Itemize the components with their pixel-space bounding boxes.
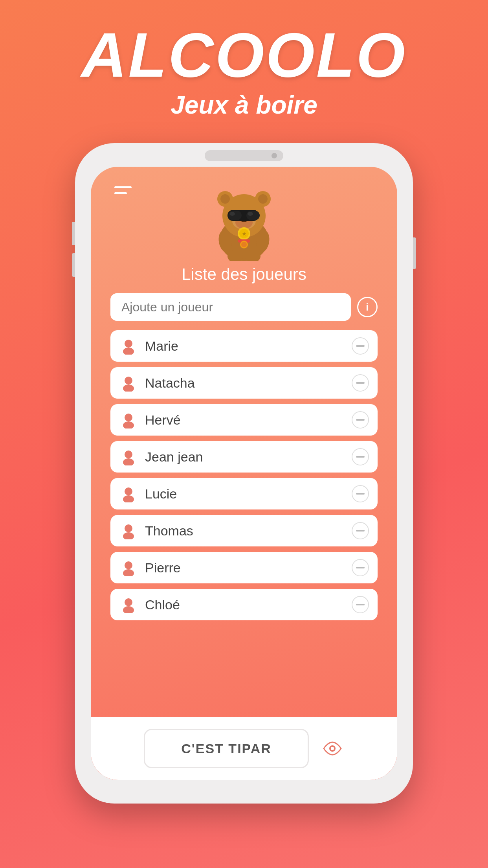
start-button[interactable]: C'EST TIPAR — [144, 729, 309, 768]
svg-point-14 — [248, 212, 253, 216]
player-avatar — [119, 373, 138, 392]
svg-point-43 — [125, 561, 132, 569]
svg-point-38 — [123, 495, 134, 502]
svg-rect-42 — [356, 530, 365, 531]
menu-line-1 — [114, 186, 132, 188]
player-row: Marie — [110, 330, 378, 362]
svg-point-32 — [123, 421, 134, 428]
bear-mascot: ★ — [205, 178, 283, 261]
player-avatar — [119, 484, 138, 503]
menu-line-2 — [114, 192, 127, 194]
svg-rect-33 — [356, 419, 365, 421]
svg-point-31 — [125, 414, 132, 421]
svg-point-3 — [220, 194, 230, 204]
phone-side-button-3 — [413, 237, 416, 269]
remove-player-button[interactable] — [352, 596, 369, 613]
remove-player-button[interactable] — [352, 485, 369, 502]
menu-icon[interactable] — [114, 186, 132, 194]
bottom-section: C'EST TIPAR — [91, 717, 397, 780]
svg-point-44 — [123, 569, 134, 576]
svg-point-37 — [125, 487, 132, 495]
player-name: Thomas — [145, 523, 345, 539]
svg-rect-48 — [356, 604, 365, 605]
player-avatar — [119, 337, 138, 355]
svg-point-5 — [258, 194, 268, 204]
remove-player-button[interactable] — [352, 559, 369, 576]
player-name: Natacha — [145, 375, 345, 391]
phone-side-button-1 — [72, 222, 75, 245]
player-row: Lucie — [110, 478, 378, 509]
svg-point-34 — [125, 451, 132, 458]
svg-point-24 — [241, 242, 247, 247]
svg-point-26 — [123, 348, 134, 355]
player-name: Jean jean — [145, 449, 345, 465]
phone-notch — [205, 150, 283, 161]
phone-screen: ★ Liste des joueurs i — [91, 167, 397, 780]
svg-point-40 — [125, 524, 132, 532]
svg-point-25 — [125, 340, 132, 348]
svg-point-47 — [123, 606, 134, 613]
remove-player-button[interactable] — [352, 448, 369, 465]
phone-camera — [272, 153, 277, 158]
player-avatar — [119, 558, 138, 577]
svg-rect-10 — [228, 211, 242, 220]
phone-frame: ★ Liste des joueurs i — [75, 143, 413, 804]
players-list: Marie Natacha Hervé Jean jean Lucie Thom… — [110, 330, 378, 620]
eye-icon[interactable] — [321, 737, 344, 760]
svg-point-41 — [123, 532, 134, 539]
svg-point-28 — [125, 377, 132, 384]
list-title: Liste des joueurs — [182, 265, 306, 284]
remove-player-button[interactable] — [352, 374, 369, 392]
player-row: Thomas — [110, 515, 378, 546]
svg-rect-27 — [356, 345, 365, 347]
remove-player-button[interactable] — [352, 411, 369, 428]
remove-player-button[interactable] — [352, 337, 369, 355]
player-row: Chloé — [110, 589, 378, 620]
player-avatar — [119, 410, 138, 429]
player-row: Natacha — [110, 367, 378, 399]
svg-point-13 — [229, 212, 235, 216]
player-avatar — [119, 447, 138, 466]
app-subtitle: Jeux à boire — [171, 90, 317, 120]
svg-point-50 — [331, 747, 334, 750]
svg-rect-12 — [242, 214, 246, 216]
svg-point-46 — [125, 598, 132, 606]
player-row: Pierre — [110, 552, 378, 583]
svg-rect-30 — [356, 382, 365, 384]
input-container: i — [110, 293, 378, 321]
svg-point-29 — [123, 384, 134, 392]
player-name: Marie — [145, 338, 345, 354]
player-avatar — [119, 595, 138, 614]
svg-rect-39 — [356, 493, 365, 495]
player-avatar — [119, 521, 138, 540]
svg-rect-36 — [356, 456, 365, 458]
svg-text:★: ★ — [242, 231, 246, 237]
player-name: Lucie — [145, 486, 345, 502]
player-name: Pierre — [145, 560, 345, 576]
add-player-input[interactable] — [110, 293, 351, 321]
remove-player-button[interactable] — [352, 522, 369, 539]
phone-side-button-2 — [72, 253, 75, 277]
svg-rect-45 — [356, 567, 365, 568]
player-name: Chloé — [145, 597, 345, 612]
svg-point-35 — [123, 458, 134, 465]
app-title: ALCOOLO — [81, 24, 407, 86]
player-row: Jean jean — [110, 441, 378, 473]
info-icon[interactable]: i — [357, 297, 378, 317]
player-name: Hervé — [145, 412, 345, 428]
svg-rect-11 — [246, 211, 260, 220]
player-row: Hervé — [110, 404, 378, 436]
